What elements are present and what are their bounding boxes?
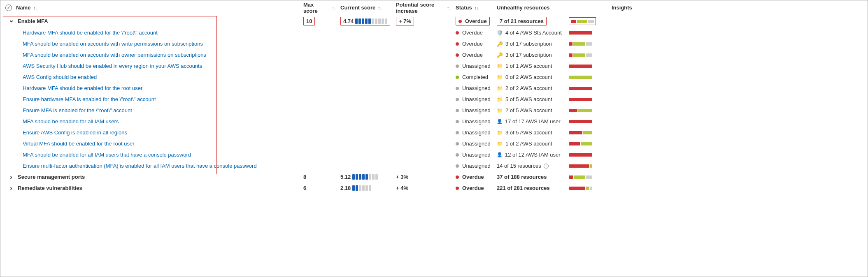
status-dot-icon <box>456 131 459 134</box>
unhealthy-text: 14 of 15 resources <box>497 163 541 169</box>
unhealthy-text: 3 of 17 subscription <box>505 41 552 47</box>
recommendation-row[interactable]: Ensure hardware MFA is enabled for the \… <box>0 94 868 105</box>
header-status-label: Status <box>456 5 472 11</box>
resource-bar <box>569 53 592 57</box>
recommendation-link[interactable]: MFA should be enabled for all IAM users <box>23 118 119 125</box>
folder-icon: 📁 <box>497 74 503 80</box>
key-icon: 🔑 <box>497 52 503 58</box>
status-dot-icon <box>456 187 459 190</box>
recommendation-link[interactable]: Ensure AWS Config is enabled in all regi… <box>23 129 127 136</box>
status-dot-icon <box>456 87 459 90</box>
recommendation-link[interactable]: Ensure multi-factor authentication (MFA)… <box>23 163 257 169</box>
chevron-right-icon[interactable] <box>9 185 14 192</box>
header-potinc[interactable]: Potential score increase ↑↓ <box>393 2 453 14</box>
group-row[interactable]: Secure management ports85.12 + 3%Overdue… <box>0 171 868 182</box>
unhealthy-text: 221 of 281 resources <box>497 185 550 191</box>
status-dot-icon <box>456 53 459 57</box>
recommendation-row[interactable]: Hardware MFA should be enabled for the r… <box>0 83 868 94</box>
recommendation-row[interactable]: Virtual MFA should be enabled for the ro… <box>0 138 868 149</box>
iam-user-icon: 👤 <box>497 152 503 157</box>
status-text: Unassigned <box>462 118 491 125</box>
score-segbar <box>352 174 378 180</box>
recommendation-row[interactable]: Ensure AWS Config is enabled in all regi… <box>0 127 868 138</box>
info-icon[interactable]: i <box>544 164 549 169</box>
recommendation-row[interactable]: Hardware MFA should be enabled for the \… <box>0 27 868 38</box>
status-text: Unassigned <box>462 152 491 158</box>
recommendation-link[interactable]: AWS Security Hub should be enabled in ev… <box>23 63 202 69</box>
status-text: Overdue <box>462 185 484 191</box>
table-header-row: ✓ Name ↑↓ Max score ↑↓ Current score ↑↓ … <box>0 0 868 15</box>
status-dot-icon <box>456 120 459 123</box>
unhealthy-text: 4 of 4 AWS Sts Account <box>505 30 562 36</box>
recommendation-row[interactable]: MFA should be enabled for all IAM users … <box>0 149 868 160</box>
sort-icon[interactable]: ↑↓ <box>33 5 37 10</box>
group-row[interactable]: Enable MFA104.74 + 7%Overdue7 of 21 reso… <box>0 15 868 27</box>
cur-score-value: 4.74 <box>343 18 354 24</box>
sort-icon[interactable]: ↑↓ <box>475 5 478 10</box>
recommendation-row[interactable]: MFA should be enabled on accounts with o… <box>0 49 868 60</box>
status-dot-icon <box>456 65 459 68</box>
recommendation-link[interactable]: Hardware MFA should be enabled for the \… <box>23 30 158 36</box>
resource-bar <box>569 76 592 79</box>
header-unhealthy[interactable]: Unhealthy resources <box>494 5 566 11</box>
header-name[interactable]: ✓ Name ↑↓ <box>0 5 301 11</box>
folder-icon: 📁 <box>497 108 503 113</box>
sort-icon[interactable]: ↑↓ <box>332 5 335 10</box>
status-dot-icon <box>456 98 459 101</box>
recommendation-link[interactable]: MFA should be enabled on accounts with w… <box>23 41 203 47</box>
header-status[interactable]: Status ↑↓ <box>453 5 494 11</box>
recommendation-row[interactable]: Ensure MFA is enabled for the \"root\" a… <box>0 105 868 116</box>
recommendation-link[interactable]: Hardware MFA should be enabled for the r… <box>23 85 142 91</box>
recommendation-link[interactable]: Virtual MFA should be enabled for the ro… <box>23 141 134 147</box>
recommendation-row[interactable]: Ensure multi-factor authentication (MFA)… <box>0 160 868 171</box>
group-name: Remediate vulnerabilities <box>18 185 82 191</box>
sort-icon[interactable]: ↑↓ <box>378 5 382 10</box>
status-dot-icon <box>456 164 459 168</box>
cur-score-value: 2.18 <box>340 185 351 191</box>
recommendation-row[interactable]: MFA should be enabled for all IAM usersU… <box>0 116 868 127</box>
unhealthy-text: 1 of 2 AWS account <box>505 141 552 147</box>
chevron-down-icon[interactable] <box>9 17 14 25</box>
recommendation-row[interactable]: AWS Security Hub should be enabled in ev… <box>0 60 868 72</box>
header-curscore[interactable]: Current score ↑↓ <box>338 5 393 11</box>
resource-bar <box>569 42 592 46</box>
table-scroll-area[interactable]: ✓ Name ↑↓ Max score ↑↓ Current score ↑↓ … <box>0 0 868 277</box>
folder-icon: 📁 <box>497 130 503 136</box>
status-dot-icon <box>458 20 462 23</box>
resource-bar <box>571 20 594 23</box>
unhealthy-text: 2 of 5 AWS account <box>505 107 552 113</box>
recommendation-row[interactable]: MFA should be enabled on accounts with w… <box>0 38 868 49</box>
header-insights[interactable]: Insights <box>595 5 826 11</box>
recommendation-row[interactable]: AWS Config should be enabledCompleted📁0 … <box>0 72 868 83</box>
chevron-right-icon[interactable] <box>9 173 14 181</box>
folder-icon: 📁 <box>497 63 503 69</box>
recommendation-link[interactable]: MFA should be enabled for all IAM users … <box>23 152 191 158</box>
status-text: Unassigned <box>462 129 491 136</box>
recommendation-link[interactable]: Ensure MFA is enabled for the \"root\" a… <box>23 107 132 113</box>
sort-icon[interactable]: ↑↓ <box>447 5 451 10</box>
score-segbar <box>352 185 371 191</box>
select-all-toggle-icon[interactable]: ✓ <box>5 5 12 11</box>
group-name: Enable MFA <box>18 18 48 24</box>
resource-bar <box>569 131 592 134</box>
recommendation-link[interactable]: Ensure hardware MFA is enabled for the \… <box>23 96 156 102</box>
group-row[interactable]: Remediate vulnerabilities62.18 + 4%Overd… <box>0 182 868 194</box>
header-potinc-label: Potential score increase <box>396 2 444 14</box>
recommendations-table: ✓ Name ↑↓ Max score ↑↓ Current score ↑↓ … <box>0 0 868 194</box>
header-maxscore[interactable]: Max score ↑↓ <box>301 2 338 14</box>
status-text: Unassigned <box>462 96 491 102</box>
header-name-label: Name <box>16 5 30 11</box>
unhealthy-text: 17 of 17 AWS IAM user <box>505 118 561 125</box>
resource-bar <box>569 87 592 90</box>
recommendation-link[interactable]: MFA should be enabled on accounts with o… <box>23 52 206 58</box>
resource-bar <box>569 175 592 179</box>
status-text: Overdue <box>462 41 483 47</box>
max-score-value: 6 <box>303 185 306 191</box>
group-name: Secure management ports <box>18 174 85 180</box>
resource-bar <box>569 120 592 123</box>
unhealthy-text: 3 of 17 subscription <box>505 52 552 58</box>
unhealthy-text: 37 of 188 resources <box>497 174 547 180</box>
recommendation-link[interactable]: AWS Config should be enabled <box>23 74 97 80</box>
status-text: Unassigned <box>462 141 491 147</box>
unhealthy-text: 12 of 12 AWS IAM user <box>505 152 561 158</box>
